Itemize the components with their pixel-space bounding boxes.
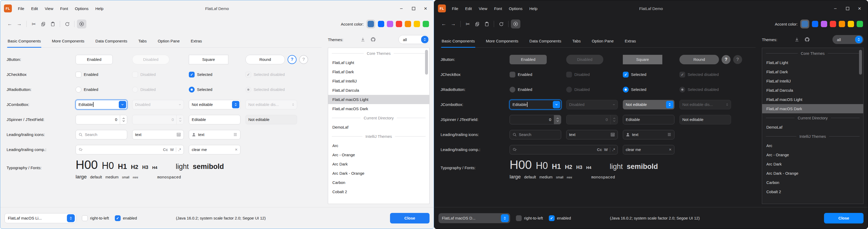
- theme-item[interactable]: Cobalt 2: [328, 187, 429, 196]
- theme-item[interactable]: Arc Dark: [328, 160, 429, 169]
- theme-item[interactable]: Carbon: [328, 178, 429, 187]
- checkbox-selected[interactable]: ✓: [189, 72, 195, 78]
- whole-word-button[interactable]: W: [170, 147, 174, 152]
- radio-enabled[interactable]: [509, 87, 516, 92]
- whole-word-button[interactable]: W: [604, 147, 608, 152]
- copy-icon[interactable]: [38, 20, 48, 28]
- enabled-checkbox[interactable]: ✓: [549, 215, 555, 221]
- refresh-icon[interactable]: [496, 20, 506, 28]
- minimize-icon[interactable]: –: [395, 3, 407, 13]
- paste-icon[interactable]: [48, 20, 57, 28]
- tab-basic-components[interactable]: Basic Components: [7, 39, 41, 48]
- theme-item[interactable]: DemoLaf: [762, 122, 863, 132]
- chevron-updown-icon[interactable]: [501, 214, 509, 222]
- square-button[interactable]: Square: [623, 55, 662, 64]
- paste-icon[interactable]: [482, 20, 491, 28]
- date-input[interactable]: text: [132, 130, 184, 139]
- theme-item[interactable]: FlatLaf macOS Dark: [328, 104, 429, 113]
- back-icon[interactable]: ←: [439, 20, 448, 28]
- forward-icon[interactable]: →: [448, 20, 458, 28]
- user-input[interactable]: text: [189, 130, 241, 139]
- accent-swatch-purple[interactable]: [821, 21, 827, 27]
- theme-item[interactable]: Carbon: [762, 178, 863, 187]
- search-input[interactable]: Search: [75, 130, 127, 139]
- combobox-editable[interactable]: Editable: [509, 100, 561, 109]
- regex-button[interactable]: .*: [612, 147, 615, 152]
- themes-filter-combobox[interactable]: all: [832, 35, 864, 44]
- chevron-updown-icon[interactable]: [421, 36, 429, 43]
- tab-tabs[interactable]: Tabs: [572, 39, 581, 48]
- theme-item[interactable]: FlatLaf IntelliJ: [328, 77, 429, 86]
- chevron-updown-icon[interactable]: [666, 101, 673, 108]
- tab-basic-components[interactable]: Basic Components: [441, 39, 475, 48]
- tab-option-pane[interactable]: Option Pane: [591, 39, 614, 48]
- menu-view[interactable]: View: [41, 4, 57, 13]
- chevron-updown-icon[interactable]: [232, 101, 239, 108]
- spinner[interactable]: 0: [509, 115, 561, 124]
- theme-item[interactable]: Arc Dark - Orange: [328, 169, 429, 178]
- match-case-button[interactable]: Cc: [163, 147, 168, 152]
- accent-swatch-yellow[interactable]: [848, 21, 854, 27]
- enabled-checkbox[interactable]: ✓: [115, 215, 121, 221]
- maximize-icon[interactable]: [841, 3, 854, 13]
- theme-item[interactable]: Arc: [762, 141, 863, 150]
- maximize-icon[interactable]: [407, 3, 420, 13]
- clearable-input[interactable]: clear me ×: [189, 145, 241, 154]
- theme-item[interactable]: FlatLaf Light: [762, 58, 863, 67]
- spinner-arrows[interactable]: [120, 115, 127, 124]
- combobox-editable[interactable]: Editable: [75, 100, 127, 109]
- menu-edit[interactable]: Edit: [462, 4, 475, 13]
- theme-item[interactable]: FlatLaf Dark: [328, 67, 429, 77]
- help-button[interactable]: ?: [721, 55, 731, 64]
- download-icon[interactable]: [361, 37, 365, 42]
- tab-data-components[interactable]: Data Components: [529, 39, 562, 48]
- menu-help[interactable]: Help: [92, 4, 107, 13]
- accent-swatch-orange[interactable]: [405, 21, 411, 27]
- spinner[interactable]: 0: [75, 115, 127, 124]
- tab-extras[interactable]: Extras: [624, 39, 637, 48]
- theme-item[interactable]: FlatLaf Darcula: [328, 86, 429, 95]
- accent-swatch-green[interactable]: [423, 21, 429, 27]
- user-input[interactable]: text: [623, 130, 675, 139]
- search-input[interactable]: Search: [509, 130, 561, 139]
- enabled-button[interactable]: Enabled: [509, 55, 547, 64]
- theme-item[interactable]: Arc Dark - Orange: [762, 169, 863, 178]
- help-button[interactable]: ?: [287, 55, 297, 64]
- tab-more-components[interactable]: More Components: [51, 39, 85, 48]
- combobox-not-editable[interactable]: Not editable: [189, 100, 241, 109]
- rtl-checkbox[interactable]: [516, 215, 522, 221]
- close-button[interactable]: Close: [390, 213, 430, 224]
- themes-filter-combobox[interactable]: all: [398, 35, 430, 44]
- accent-swatch-blue[interactable]: [812, 21, 818, 27]
- menu-font[interactable]: Font: [57, 4, 71, 13]
- theme-item[interactable]: Arc Dark: [762, 160, 863, 169]
- tab-option-pane[interactable]: Option Pane: [157, 39, 180, 48]
- refresh-icon[interactable]: [62, 20, 72, 28]
- chevron-updown-icon[interactable]: [67, 214, 75, 222]
- checkbox-enabled[interactable]: [509, 72, 516, 78]
- cut-icon[interactable]: ✂: [29, 20, 38, 28]
- theme-item[interactable]: FlatLaf Dark: [762, 67, 863, 77]
- inspect-eye-icon[interactable]: [77, 20, 86, 28]
- scrollbar-thumb[interactable]: [859, 50, 862, 75]
- radio-enabled[interactable]: [75, 87, 82, 92]
- github-icon[interactable]: [805, 37, 810, 42]
- accent-swatch-blue[interactable]: [378, 21, 384, 27]
- theme-item[interactable]: Cobalt 2: [762, 187, 863, 196]
- square-button[interactable]: Square: [189, 55, 228, 64]
- rtl-checkbox[interactable]: [82, 215, 88, 221]
- checkbox-enabled[interactable]: [75, 72, 82, 78]
- download-icon[interactable]: [795, 37, 799, 42]
- accent-swatch-yellow[interactable]: [414, 21, 420, 27]
- match-case-button[interactable]: Cc: [597, 147, 602, 152]
- scrollbar-thumb[interactable]: [425, 50, 428, 75]
- close-icon[interactable]: ×: [854, 3, 866, 13]
- chevron-down-icon[interactable]: [119, 101, 126, 108]
- accent-swatch-red[interactable]: [396, 21, 402, 27]
- theme-item-selected[interactable]: FlatLaf macOS Light: [328, 95, 429, 104]
- date-input[interactable]: text: [566, 130, 618, 139]
- menu-file[interactable]: File: [448, 4, 462, 13]
- forward-icon[interactable]: →: [14, 20, 24, 28]
- laf-combobox[interactable]: FlatLaf macOS D...: [438, 213, 510, 223]
- tab-tabs[interactable]: Tabs: [138, 39, 147, 48]
